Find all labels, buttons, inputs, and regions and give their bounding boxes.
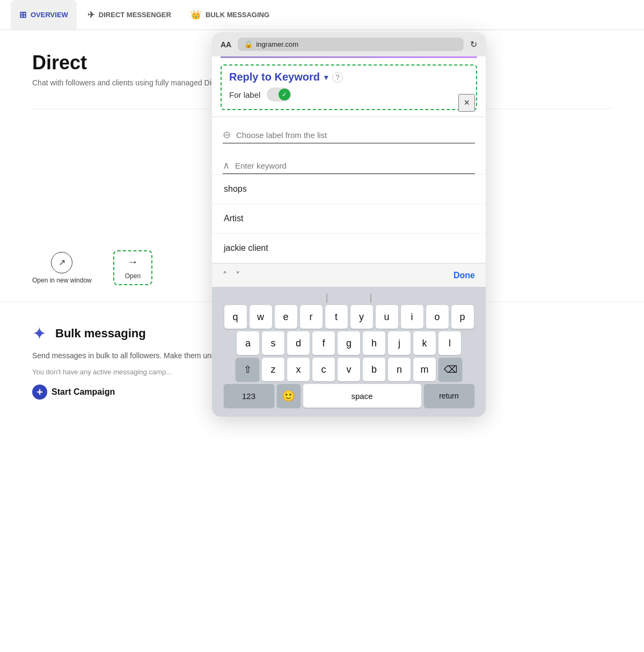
toggle-track: ✓: [267, 88, 291, 102]
key-g[interactable]: g: [338, 331, 360, 355]
key-o[interactable]: o: [426, 305, 449, 329]
reply-title-text: Reply to Keyword: [229, 71, 320, 83]
dashed-reply-section: Reply to Keyword ▾ ? For label ✓: [221, 64, 477, 110]
bulk-messaging-icon: 👑: [191, 10, 201, 20]
key-y[interactable]: y: [350, 305, 373, 329]
key-backspace[interactable]: ⌫: [438, 358, 462, 381]
purple-accent-bar: [221, 56, 477, 58]
starburst-icon: ✦: [32, 323, 47, 344]
reply-header-inner: Reply to Keyword ▾ ?: [229, 71, 469, 83]
plus-icon: +: [32, 385, 47, 400]
open-dashed-container: → Open: [113, 250, 152, 285]
browser-url-bar[interactable]: 🔒 ingramer.com: [238, 38, 464, 51]
key-shift[interactable]: ⇧: [236, 358, 259, 381]
browser-aa: AA: [221, 40, 231, 49]
label-input-field[interactable]: [236, 131, 475, 140]
browser-url: ingramer.com: [256, 40, 298, 48]
key-l[interactable]: l: [438, 331, 461, 355]
key-q[interactable]: q: [224, 305, 247, 329]
tab-bulk-label: BULK MESSAGING: [206, 11, 269, 19]
key-n[interactable]: n: [388, 358, 411, 381]
key-emoji[interactable]: 🙂: [277, 384, 301, 408]
for-label-text: For label: [229, 90, 260, 99]
kb-top-area: [214, 291, 484, 305]
keyword-icon: ∧: [223, 160, 230, 171]
toolbar-row: ˄ ˅ Done: [212, 263, 486, 287]
toggle-thumb: ✓: [279, 89, 290, 100]
key-return[interactable]: return: [424, 384, 474, 408]
tab-overview-label: OVERVIEW: [31, 11, 68, 19]
key-w[interactable]: w: [250, 305, 272, 329]
overview-icon: ⊞: [19, 10, 26, 20]
key-b[interactable]: b: [363, 358, 385, 381]
for-label-toggle[interactable]: ✓: [267, 88, 291, 102]
key-a[interactable]: a: [237, 331, 259, 355]
key-r[interactable]: r: [300, 305, 323, 329]
tab-bulk-messaging[interactable]: 👑 BULK MESSAGING: [182, 0, 278, 30]
toolbar-down-arrow[interactable]: ˅: [236, 270, 240, 280]
open-new-window-label: Open in new window: [32, 277, 92, 284]
browser-bar: AA 🔒 ingramer.com ↻: [212, 32, 486, 56]
open-arrow-icon: →: [127, 256, 138, 268]
modal-overlay: AA 🔒 ingramer.com ↻ Reply to Keyword ▾ ?…: [212, 32, 486, 417]
close-button[interactable]: ×: [458, 94, 475, 112]
for-label-row: For label ✓: [229, 83, 469, 104]
open-label: Open: [125, 272, 141, 280]
key-x[interactable]: x: [287, 358, 310, 381]
chevron-down-icon: ▾: [324, 73, 328, 82]
browser-lock-icon: 🔒: [244, 40, 253, 48]
close-btn-container: ×: [458, 94, 475, 112]
separator-1: [212, 117, 486, 117]
key-s[interactable]: s: [262, 331, 284, 355]
direct-messenger-icon: ✈: [87, 10, 94, 20]
toolbar-arrows: ˄ ˅: [223, 270, 240, 280]
reply-section-wrapper: Reply to Keyword ▾ ? For label ✓ ×: [212, 64, 486, 110]
key-num[interactable]: 123: [224, 384, 274, 408]
done-button[interactable]: Done: [453, 271, 475, 280]
kb-line-right: [370, 293, 371, 303]
kb-row-1: q w e r t y u i o p: [214, 305, 484, 329]
key-p[interactable]: p: [451, 305, 474, 329]
top-nav: ⊞ OVERVIEW ✈ DIRECT MESSENGER 👑 BULK MES…: [0, 0, 644, 30]
help-icon: ?: [332, 72, 343, 83]
tab-direct-label: DIRECT MESSENGER: [99, 11, 171, 19]
kb-line-left: [326, 293, 327, 303]
key-h[interactable]: h: [363, 331, 385, 355]
start-campaign-button[interactable]: + Start Campaign: [32, 385, 115, 400]
keyboard: q w e r t y u i o p a s d f g h j k l ⇧ …: [212, 287, 486, 417]
key-space[interactable]: space: [303, 384, 421, 408]
start-campaign-label: Start Campaign: [52, 387, 115, 397]
browser-refresh-icon[interactable]: ↻: [470, 39, 477, 49]
key-m[interactable]: m: [413, 358, 436, 381]
key-i[interactable]: i: [401, 305, 423, 329]
key-k[interactable]: k: [413, 331, 436, 355]
reply-to-keyword-btn[interactable]: Reply to Keyword ▾ ?: [229, 71, 343, 83]
open-new-window-icon: ↗: [51, 252, 72, 273]
keyword-input-field[interactable]: [235, 161, 475, 170]
label-input-row: ⊖: [212, 122, 486, 143]
key-d[interactable]: d: [287, 331, 310, 355]
key-u[interactable]: u: [376, 305, 398, 329]
toolbar-up-arrow[interactable]: ˄: [223, 270, 227, 280]
kb-row-2: a s d f g h j k l: [214, 331, 484, 355]
keyword-input-row: ∧: [212, 152, 486, 173]
key-j[interactable]: j: [388, 331, 411, 355]
kb-row-3: ⇧ z x c v b n m ⌫: [214, 358, 484, 381]
tab-direct-messenger[interactable]: ✈ DIRECT MESSENGER: [79, 0, 180, 30]
tab-overview[interactable]: ⊞ OVERVIEW: [11, 0, 77, 30]
key-e[interactable]: e: [275, 305, 297, 329]
open-new-window-btn[interactable]: ↗ Open in new window: [32, 252, 92, 284]
key-t[interactable]: t: [325, 305, 348, 329]
key-f[interactable]: f: [312, 331, 335, 355]
key-z[interactable]: z: [262, 358, 284, 381]
dropdown-list: shops Artist jackie client: [212, 174, 486, 263]
key-v[interactable]: v: [338, 358, 360, 381]
label-icon: ⊖: [223, 129, 231, 141]
bulk-title: Bulk messaging: [55, 327, 146, 341]
dropdown-item-shops[interactable]: shops: [212, 175, 486, 204]
open-btn[interactable]: → Open: [114, 251, 151, 284]
dropdown-item-artist[interactable]: Artist: [212, 204, 486, 234]
kb-row-4: 123 🙂 space return: [214, 384, 484, 408]
dropdown-item-jackie[interactable]: jackie client: [212, 234, 486, 263]
key-c[interactable]: c: [312, 358, 335, 381]
